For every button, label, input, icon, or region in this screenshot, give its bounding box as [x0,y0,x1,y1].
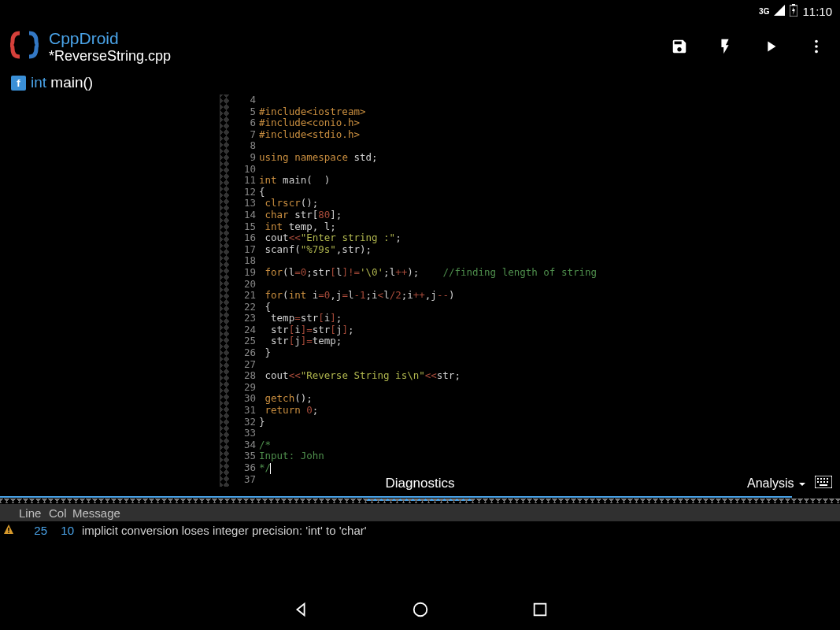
code-line[interactable]: 10 [229,164,597,176]
svg-rect-14 [820,484,827,486]
overflow-menu-button[interactable] [807,37,826,56]
code-line[interactable]: 8 [229,140,597,152]
diag-msg: implicit conversion loses integer precis… [82,524,367,537]
svg-rect-6 [817,478,819,480]
home-button[interactable] [412,601,429,621]
line-number: 28 [229,370,259,382]
svg-rect-12 [823,481,825,483]
code-line[interactable]: 4 [229,94,597,106]
code-line[interactable]: 35Input: John [229,450,597,462]
line-number: 9 [229,152,259,164]
code-line[interactable]: 25 str[j]=temp; [229,335,597,347]
code-line[interactable]: 21 for(int i=0,j=l-1;i<l/2;i++,j--) [229,290,597,302]
code-line[interactable]: 17 scanf("%79s",str); [229,244,597,256]
file-name: *ReverseString.cpp [49,48,171,65]
app-logo-icon[interactable] [8,28,41,65]
col-header-msg: Message [72,506,120,520]
line-number: 11 [229,175,259,187]
code-line[interactable]: 34/* [229,439,597,451]
diag-line: 25 [20,524,47,537]
code-line[interactable]: 27 [229,359,597,371]
signal-icon [774,5,785,18]
code-line[interactable]: 28 cout<<"Reverse String is\n"<<str; [229,370,597,382]
code-line[interactable]: 6#include<conio.h> [229,117,597,129]
line-number: 23 [229,313,259,324]
code-line[interactable]: 12{ [229,187,597,198]
code-line[interactable]: 5#include<iostream> [229,106,597,118]
line-number: 21 [229,290,259,302]
diagnostics-header: Line Col Message [0,504,840,521]
line-number: 24 [229,324,259,336]
code-line[interactable]: 23 temp=str[i]; [229,313,597,324]
svg-rect-15 [8,528,9,531]
col-header-line: Line [19,506,49,520]
code-line[interactable]: 22 { [229,302,597,313]
code-line[interactable]: 18 [229,255,597,267]
line-number: 31 [229,405,259,417]
code-line[interactable]: 31 return 0; [229,405,597,417]
svg-rect-16 [8,532,9,533]
tab-underline [0,496,792,498]
code-editor[interactable]: 45#include<iostream>6#include<conio.h>7#… [229,94,597,485]
diag-col: 10 [47,524,74,537]
back-button[interactable] [292,601,309,621]
resize-handle[interactable] [0,498,840,503]
function-indicator[interactable]: f int main() [0,71,840,94]
svg-point-3 [815,45,818,48]
tab-diagnostics[interactable]: Diagnostics [376,469,464,498]
battery-icon [790,4,797,19]
line-number: 20 [229,279,259,291]
line-number: 19 [229,267,259,279]
col-header-col: Col [49,506,72,520]
code-line[interactable]: 16 cout<<"Enter string :"; [229,232,597,244]
flash-button[interactable] [716,37,735,56]
save-button[interactable] [670,37,689,56]
line-number: 4 [229,94,259,106]
svg-point-17 [413,603,427,617]
line-number: 27 [229,359,259,371]
network-type: 3G [759,7,769,16]
fold-gutter[interactable] [220,94,229,487]
svg-rect-7 [820,478,822,480]
svg-rect-18 [534,604,546,616]
svg-rect-9 [827,478,828,480]
code-line[interactable]: 29 [229,382,597,394]
code-line[interactable]: 32} [229,417,597,428]
code-line[interactable]: 11int main( ) [229,175,597,187]
code-line[interactable]: 24 str[i]=str[j]; [229,324,597,336]
android-navbar [0,592,840,630]
recent-button[interactable] [531,601,549,621]
code-line[interactable]: 19 for(l=0;str[l]!='\0';l++); //finding … [229,267,597,279]
code-line[interactable]: 33 [229,428,597,439]
line-number: 29 [229,382,259,394]
svg-rect-10 [817,481,819,483]
line-number: 13 [229,198,259,209]
line-number: 5 [229,106,259,118]
line-number: 17 [229,244,259,256]
svg-rect-13 [827,481,828,483]
analysis-dropdown[interactable]: Analysis [747,476,807,491]
line-number: 34 [229,439,259,451]
bottom-tabs: Diagnostics Analysis [0,468,840,499]
statusbar: 3G 11:10 [0,0,840,22]
line-number: 14 [229,209,259,221]
warning-icon [3,524,16,537]
clock: 11:10 [802,5,832,18]
code-line[interactable]: 13 clrscr(); [229,198,597,209]
line-number: 6 [229,117,259,129]
code-line[interactable]: 9using namespace std; [229,152,597,164]
code-line[interactable]: 7#include<stdio.h> [229,129,597,141]
code-line[interactable]: 30 getch(); [229,393,597,405]
svg-point-4 [815,50,818,54]
keyboard-icon[interactable] [815,476,832,491]
code-line[interactable]: 14 char str[80]; [229,209,597,221]
line-number: 25 [229,335,259,347]
line-number: 7 [229,129,259,141]
diagnostic-row[interactable]: 25 10 implicit conversion loses integer … [0,521,840,539]
run-button[interactable] [761,37,780,56]
code-line[interactable]: 15 int temp, l; [229,221,597,233]
app-title: CppDroid [49,28,171,48]
code-line[interactable]: 20 [229,279,597,291]
code-line[interactable]: 26 } [229,347,597,359]
line-number: 32 [229,417,259,428]
